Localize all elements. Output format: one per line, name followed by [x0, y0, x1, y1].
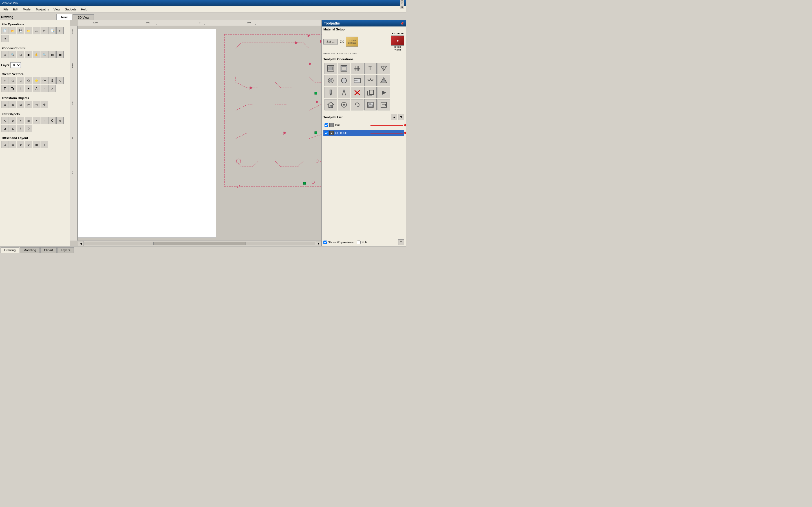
tab-3d-view[interactable]: 3D View [73, 14, 94, 20]
bottom-tab-modeling[interactable]: Modeling [20, 247, 40, 252]
op-copy2[interactable] [364, 87, 377, 98]
op-pocket[interactable] [338, 63, 350, 74]
arc-btn[interactable]: 〜 [41, 77, 48, 84]
op-grid[interactable] [351, 63, 363, 74]
bottom-tab-clipart[interactable]: Clipart [40, 247, 57, 252]
weld-btn[interactable]: ⊞ [25, 117, 32, 124]
material-set-button[interactable]: Set ... [323, 39, 338, 45]
menu-gadgets[interactable]: Gadgets [62, 7, 79, 11]
op-vcarve[interactable] [377, 63, 390, 74]
mirror-btn[interactable]: ⊢ [25, 101, 32, 108]
zoom-sel-btn[interactable]: ▣ [25, 51, 32, 58]
intersect-btn[interactable]: ☽ [25, 125, 32, 132]
move-btn[interactable]: ⊟ [1, 101, 8, 108]
rotate-btn[interactable]: ⊠ [9, 101, 16, 108]
chamfer-btn[interactable]: ∡ [9, 125, 16, 132]
arrow-btn[interactable]: → [41, 85, 48, 92]
menu-help[interactable]: Help [79, 7, 90, 11]
cut-btn[interactable]: ✂ [41, 27, 48, 34]
op-3d-finish[interactable] [338, 75, 350, 86]
cutout-checkbox[interactable] [324, 131, 328, 135]
nest-btn[interactable]: ⊕ [17, 141, 24, 148]
op-preview[interactable] [338, 99, 350, 110]
open-btn[interactable]: 📂 [9, 27, 16, 34]
scale-btn[interactable]: ⊡ [17, 101, 24, 108]
op-3d-rough[interactable] [324, 75, 337, 86]
canvas[interactable] [78, 26, 321, 240]
spline-btn[interactable]: S [49, 77, 56, 84]
maximize-button[interactable]: □ [400, 1, 404, 5]
offset-btn[interactable]: □ [1, 141, 8, 148]
smooth-btn[interactable]: ⊕ [9, 117, 16, 124]
scrollbar-thumb[interactable] [153, 242, 246, 245]
scroll-right-btn[interactable]: ▶ [316, 241, 321, 246]
drill-checkbox[interactable] [324, 123, 328, 127]
rect-btn[interactable]: □ [17, 77, 24, 84]
trim-btn[interactable]: ✕ [33, 117, 40, 124]
solid-checkbox[interactable] [357, 240, 361, 244]
open-vec-btn[interactable]: c [56, 117, 64, 124]
op-fluting[interactable] [364, 75, 377, 86]
layer-select[interactable]: 0 [10, 62, 21, 68]
freehand-btn[interactable]: ∿ [56, 77, 64, 84]
align-btn[interactable]: ✛ [41, 101, 48, 108]
array-btn[interactable]: ⊞ [9, 141, 16, 148]
circle-btn[interactable]: ○ [1, 77, 8, 84]
copy-btn[interactable]: 📑 [49, 27, 56, 34]
show-2d-previews-checkbox[interactable] [323, 240, 327, 244]
op-prism[interactable] [351, 75, 363, 86]
scrollbar-track[interactable] [84, 242, 315, 245]
menu-view[interactable]: View [51, 7, 63, 11]
fillet-btn[interactable]: ⊿ [1, 125, 8, 132]
group-btn[interactable]: ⊣ [33, 101, 40, 108]
op-home[interactable] [324, 99, 337, 110]
close-button[interactable]: ✕ [400, 5, 404, 9]
scroll-left-btn[interactable]: ◀ [78, 241, 84, 246]
node-edit-btn[interactable]: ↖ [1, 117, 8, 124]
op-simulate[interactable] [377, 87, 390, 98]
zoom-box-btn[interactable]: ⊡ [17, 51, 24, 58]
save-btn[interactable]: 💾 [17, 27, 24, 34]
text2-btn[interactable]: T₂ [9, 85, 16, 92]
menu-model[interactable]: Model [20, 7, 34, 11]
op-inlay[interactable] [377, 75, 390, 86]
layout-btn[interactable]: ⊺ [41, 141, 48, 148]
op-reset[interactable] [351, 99, 363, 110]
undo-btn[interactable]: ↩ [56, 27, 64, 34]
text-btn[interactable]: T [1, 85, 8, 92]
op-profile[interactable] [324, 63, 337, 74]
menu-toolpaths[interactable]: Toolpaths [34, 7, 51, 11]
redo-btn[interactable]: ↪ [1, 35, 8, 42]
op-export[interactable] [377, 99, 390, 110]
pan-btn[interactable]: ✋ [33, 51, 40, 58]
import-btn[interactable]: A [33, 85, 40, 92]
save-as-btn[interactable]: 📁 [25, 27, 32, 34]
copy-along-btn[interactable]: ⊙ [25, 141, 32, 148]
tile-btn[interactable]: ▦ [56, 51, 64, 58]
list-move-up-btn[interactable]: ▲ [391, 114, 397, 120]
star-btn[interactable]: ⭐ [33, 77, 40, 84]
ellipse-btn[interactable]: ⬡ [9, 77, 16, 84]
close-btn[interactable]: C [49, 117, 56, 124]
table-btn[interactable]: ✦ [25, 85, 32, 92]
panel-pin-btn[interactable]: 📌 [400, 22, 404, 25]
print-btn[interactable]: 🖨 [33, 27, 40, 34]
dimension-btn[interactable]: ⊺ [17, 85, 24, 92]
new-file-btn[interactable]: 📄 [1, 27, 8, 34]
view-all-btn[interactable]: ▤ [49, 51, 56, 58]
zoom-extents-btn[interactable]: ⊞ [1, 51, 8, 58]
op-laser[interactable] [338, 87, 350, 98]
menu-file[interactable]: File [1, 7, 11, 11]
bottom-tab-drawing[interactable]: Drawing [1, 247, 19, 252]
join-btn[interactable]: + [17, 117, 24, 124]
op-drilling[interactable] [324, 87, 337, 98]
op-delete[interactable] [351, 87, 363, 98]
op-save-toolpath[interactable] [364, 99, 377, 110]
tab-new[interactable]: New [56, 14, 72, 20]
op-text-carve[interactable]: T [364, 63, 377, 74]
bottom-tab-layers[interactable]: Layers [57, 247, 74, 252]
scrollbar-h[interactable]: ◀ ▶ [78, 240, 321, 246]
preview-mode-btn[interactable]: □ [398, 239, 404, 245]
extend-btn[interactable]: → [41, 117, 48, 124]
subtract-btn[interactable]: ⋮ [17, 125, 24, 132]
